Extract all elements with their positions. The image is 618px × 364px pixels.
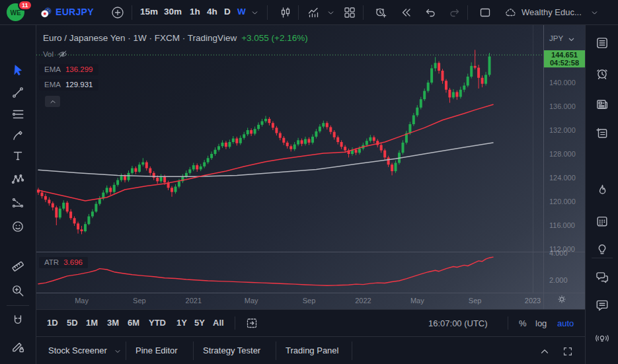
hotlists-icon[interactable] [595,183,609,198]
svg-text:136.000: 136.000 [549,102,576,110]
chats-icon[interactable] [595,270,609,285]
alerts-icon[interactable] [595,67,609,81]
news-icon[interactable] [595,97,609,112]
zoom-in-tool-icon[interactable] [11,283,25,298]
chart-area: 140.000136.000132.000128.000124.000120.0… [36,25,585,309]
price-change: +3.055 (+2.16%) [241,33,308,43]
auto-scale-button[interactable]: auto [557,318,574,328]
interval-1w[interactable]: W [237,7,246,17]
atr-legend-row[interactable]: ATR 3.696 [39,257,88,268]
candle-style-icon[interactable] [279,6,292,19]
toolbar-divider [267,5,268,20]
range-3m[interactable]: 3M [107,318,119,328]
svg-text:144.651: 144.651 [551,51,578,59]
svg-text:2021: 2021 [186,297,202,305]
clock[interactable]: 16:07:00 (UTC) [428,318,488,328]
layout-name[interactable]: Wealthy Educ... [521,7,586,17]
text-tool-icon[interactable] [11,149,25,163]
bar-replay-icon[interactable] [399,6,412,19]
ema-legend-row[interactable]: EMA 129.931 [39,79,98,91]
chart-legend-title[interactable]: Euro / Japanese Yen · 1W · FXCM · Tradin… [43,33,308,43]
emoji-tool-icon[interactable] [11,219,25,234]
drawing-mode-tool-icon[interactable] [11,340,25,354]
interval-15m[interactable]: 15m [140,7,158,17]
screener-chevron-icon[interactable] [114,347,122,355]
top-toolbar: WE 11 EURJPY 15m 30m 1h 4h D W [0,0,618,25]
interval-1h[interactable]: 1h [190,7,200,17]
range-5d[interactable]: 5D [67,318,78,328]
alert-add-icon[interactable] [374,6,387,19]
svg-text:04:52:58: 04:52:58 [550,59,579,67]
fib-retracement-tool-icon[interactable] [11,107,25,122]
cloud-save-icon[interactable] [504,6,517,19]
pane-collapse-button[interactable] [45,96,60,107]
svg-text:May: May [245,297,258,305]
right-sidebar [585,25,618,364]
magnet-tool-icon[interactable] [11,313,25,328]
symbol-flag-icon [40,7,52,18]
symbol-button[interactable]: EURJPY [56,7,94,17]
redo-icon[interactable] [448,6,461,19]
toolbar-divider [132,5,132,20]
account-menu-chevron-icon[interactable] [590,9,599,17]
svg-text:2023: 2023 [525,297,541,305]
panel-maximize-icon[interactable] [562,346,574,357]
volume-legend-row[interactable]: Vol [43,50,68,59]
tab-trading-panel[interactable]: Trading Panel [286,346,338,355]
cursor-tool-icon[interactable] [11,63,25,77]
bottom-toolbar: 1D 5D 1M 3M 6M YTD 1Y 5Y All 16:07:00 (U… [36,309,585,337]
interval-30m[interactable]: 30m [164,7,182,17]
interval-1d[interactable]: D [224,7,231,17]
range-all[interactable]: All [213,318,224,328]
toolbar-divider [508,316,508,330]
svg-text:132.000: 132.000 [549,126,576,134]
private-chat-icon[interactable] [595,298,609,312]
ema-label: EMA [44,65,61,73]
trend-line-tool-icon[interactable] [11,85,25,100]
range-5y[interactable]: 5Y [194,318,205,328]
toolbar-divider [298,5,299,20]
pattern-tool-icon[interactable] [11,172,25,186]
ideas-icon[interactable] [595,242,609,256]
undo-icon[interactable] [424,6,437,19]
range-6m[interactable]: 6M [128,318,139,328]
interval-menu-chevron-icon[interactable] [251,9,259,17]
brush-tool-icon[interactable] [11,128,25,143]
ema-legend-row[interactable]: EMA 136.299 [39,64,98,75]
watchlist-icon[interactable] [595,36,609,50]
eye-off-icon[interactable] [58,50,68,59]
ideas-stream-icon[interactable] [595,331,609,346]
range-1d[interactable]: 1D [47,318,58,328]
layout-grid-icon[interactable] [343,6,356,19]
range-1m[interactable]: 1M [86,318,98,328]
range-ytd[interactable]: YTD [149,318,166,328]
percent-scale-button[interactable]: % [519,318,527,328]
notification-badge[interactable]: 11 [18,0,32,11]
price-chart[interactable]: 140.000136.000132.000128.000124.000120.0… [36,25,585,309]
text-notes-icon[interactable] [595,126,609,141]
add-symbol-icon[interactable] [111,6,124,19]
indicators-icon[interactable] [307,6,320,19]
calendar-icon[interactable] [595,214,609,229]
tab-pine-editor[interactable]: Pine Editor [135,346,178,355]
range-1y[interactable]: 1Y [176,318,187,328]
tradingview-app: WE 11 EURJPY 15m 30m 1h 4h D W [0,0,618,364]
indicators-menu-chevron-icon[interactable] [327,9,335,17]
svg-text:128.000: 128.000 [549,150,576,158]
chevron-up-icon [49,98,57,106]
go-to-date-icon[interactable] [245,316,258,330]
layout-select-icon[interactable] [479,6,492,19]
log-scale-button[interactable]: log [535,318,547,328]
forecast-tool-icon[interactable] [11,196,25,210]
left-drawing-toolbar [0,25,36,364]
sidebar-divider [592,258,613,258]
svg-text:124.000: 124.000 [549,174,576,182]
tab-stock-screener[interactable]: Stock Screener [48,346,107,355]
measure-tool-icon[interactable] [11,259,25,273]
panel-collapse-chevron-icon[interactable] [539,346,551,357]
tab-strategy-tester[interactable]: Strategy Tester [203,346,260,355]
svg-text:May: May [410,297,424,305]
ema-label: EMA [44,81,61,89]
interval-4h[interactable]: 4h [207,7,217,17]
logo-monogram: WE [10,9,20,17]
